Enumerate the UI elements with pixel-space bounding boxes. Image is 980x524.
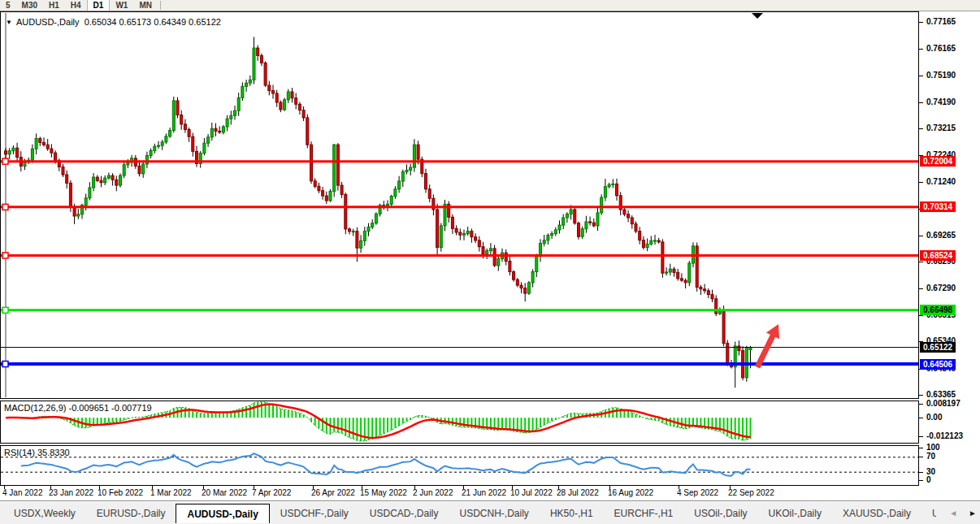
time-tick-label: 28 Jul 2022 — [557, 488, 599, 497]
time-tick-label: 22 Sep 2022 — [728, 488, 774, 497]
indicator-tick — [919, 480, 923, 481]
indicator-tick-label: 0 — [926, 475, 931, 484]
tabs-scroll-left-icon[interactable]: ◄ — [949, 509, 957, 518]
chart-title-text: AUDUSD-,Daily 0.65034 0.65173 0.64349 0.… — [16, 17, 221, 27]
timeframe-button-h1[interactable]: H1 — [43, 0, 65, 11]
time-tick-label: 1 Mar 2022 — [150, 488, 192, 497]
rsi-panel[interactable]: RSI(14) 35.8330 — [0, 445, 919, 486]
tab-usoil-daily[interactable]: USOil-,Daily — [683, 504, 757, 523]
toolbar-separator — [160, 1, 161, 10]
candlestick-chart[interactable] — [1, 12, 918, 398]
timeframe-button-mn[interactable]: MN — [133, 0, 158, 11]
time-tick-label: 26 Apr 2022 — [311, 488, 355, 497]
price-tick-label: 0.74190 — [926, 97, 956, 106]
price-tick-label: 0.77165 — [926, 17, 956, 26]
time-tick-label: 7 Apr 2022 — [252, 488, 291, 497]
tab-audusd-daily[interactable]: AUDUSD-,Daily — [176, 504, 269, 523]
arrow-annotation-shaft[interactable] — [757, 334, 774, 367]
price-tick — [919, 262, 923, 262]
macd-panel[interactable]: MACD(12,26,9) -0.009651 -0.007719 — [0, 401, 919, 444]
time-tick-label: 23 Jan 2022 — [49, 488, 93, 497]
tab-ukoil-daily[interactable]: UKOil-,Daily — [758, 504, 832, 523]
time-tick-label: 21 Jun 2022 — [462, 488, 506, 497]
time-tick-label: 10 Jul 2022 — [510, 488, 553, 497]
time-tick-label: 2 Jun 2022 — [413, 488, 453, 497]
hline-handle-0.68524[interactable] — [2, 253, 8, 258]
main-chart-panel[interactable]: ▼ AUDUSD-,Daily 0.65034 0.65173 0.64349 … — [0, 11, 919, 399]
indicator-tick-label: 0.00 — [926, 413, 942, 422]
price-tick — [919, 102, 923, 103]
price-label-0.64506: 0.64506 — [920, 359, 956, 370]
tabs-scroll-right-icon[interactable]: ► — [969, 509, 977, 518]
price-label-0.65122: 0.65122 — [920, 342, 956, 353]
tab-eurchf-h1[interactable]: EURCHF-,H1 — [604, 504, 684, 523]
price-tick — [919, 22, 923, 23]
tab-ukoil-da[interactable]: UKOil-,Da — [921, 504, 936, 523]
tab-xauusd-daily[interactable]: XAUUSD-,Daily — [832, 504, 921, 523]
chart-shift-marker-icon[interactable] — [752, 13, 763, 19]
price-tick-label: 0.76165 — [926, 44, 956, 53]
timeframe-toolbar: 5M30H1H4D1W1MN — [0, 0, 980, 11]
price-label-0.68524: 0.68524 — [920, 250, 956, 261]
macd-label: MACD(12,26,9) -0.009651 -0.007719 — [4, 403, 152, 413]
time-tick-label: 4 Sep 2022 — [677, 488, 718, 497]
price-tick-label: 0.75190 — [926, 71, 956, 80]
timeframe-button-d1[interactable]: D1 — [87, 0, 111, 11]
timeframe-button-m30[interactable]: M30 — [16, 0, 43, 11]
rsi-chart[interactable] — [1, 446, 918, 485]
time-axis[interactable]: 4 Jan 202223 Jan 202210 Feb 20221 Mar 20… — [0, 486, 980, 500]
price-tick-label: 0.69265 — [926, 231, 956, 240]
price-tick — [919, 182, 923, 183]
tab-usdx-weekly[interactable]: USDX,Weekly — [3, 504, 86, 523]
indicator-tick — [919, 448, 923, 448]
hline-handle-0.66498[interactable] — [2, 307, 8, 313]
indicator-tick — [919, 418, 923, 418]
indicator-tick — [919, 404, 923, 405]
timeframe-button-h4[interactable]: H4 — [65, 0, 87, 11]
tab-eurusd-daily[interactable]: EURUSD-,Daily — [86, 504, 176, 523]
indicator-tick-label: -0.012123 — [926, 431, 963, 440]
chart-tab-bar: USDX,WeeklyEURUSD-,DailyAUDUSD-,DailyUSD… — [0, 500, 980, 524]
price-tick — [919, 49, 923, 50]
timeframe-button-5[interactable]: 5 — [0, 0, 16, 11]
indicator-tick-label: 100 — [926, 443, 940, 452]
indicator-tick — [919, 436, 923, 437]
hline-handle-0.70314[interactable] — [2, 204, 8, 210]
price-label-0.72004: 0.72004 — [920, 156, 956, 167]
time-tick-label: 16 Aug 2022 — [608, 488, 653, 497]
tab-usdchf-daily[interactable]: USDCHF-,Daily — [270, 504, 359, 523]
price-tick — [919, 128, 923, 129]
price-label-0.66498: 0.66498 — [920, 305, 956, 315]
symbol-dropdown-icon[interactable]: ▼ — [6, 19, 12, 26]
price-tick-label: 0.67290 — [926, 284, 956, 292]
price-axis[interactable]: 0.771650.761650.751900.741900.732150.722… — [919, 11, 980, 486]
rsi-label: RSI(14) 35.8330 — [4, 448, 70, 457]
hline-handle-0.72004[interactable] — [2, 158, 8, 164]
hline-handle-0.64506[interactable] — [2, 362, 8, 367]
tab-usdcnh-daily[interactable]: USDCNH-,Daily — [449, 504, 540, 523]
indicator-tick — [919, 457, 923, 457]
tab-hk50-h1[interactable]: HK50-,H1 — [540, 504, 604, 523]
indicator-tick-label: 70 — [926, 452, 935, 461]
indicator-tick-label: 0.008197 — [926, 399, 960, 408]
chart-title: ▼ AUDUSD-,Daily 0.65034 0.65173 0.64349 … — [6, 17, 221, 27]
price-label-0.70314: 0.70314 — [920, 201, 956, 212]
indicator-tick — [919, 472, 923, 473]
time-tick-label: 4 Jan 2022 — [2, 488, 43, 497]
time-tick-label: 20 Mar 2022 — [202, 488, 247, 497]
tab-usdcad-daily[interactable]: USDCAD-,Daily — [359, 504, 449, 523]
price-tick — [919, 236, 923, 236]
timeframe-button-w1[interactable]: W1 — [110, 0, 133, 11]
time-tick-label: 10 Feb 2022 — [98, 488, 143, 497]
price-tick — [919, 288, 923, 289]
price-tick-label: 0.63365 — [926, 390, 956, 399]
price-tick-label: 0.71240 — [926, 177, 956, 186]
price-tick — [919, 395, 923, 396]
candles — [5, 37, 752, 388]
time-tick-label: 15 May 2022 — [360, 488, 407, 497]
price-tick-label: 0.73215 — [926, 123, 956, 132]
price-tick — [919, 76, 923, 76]
